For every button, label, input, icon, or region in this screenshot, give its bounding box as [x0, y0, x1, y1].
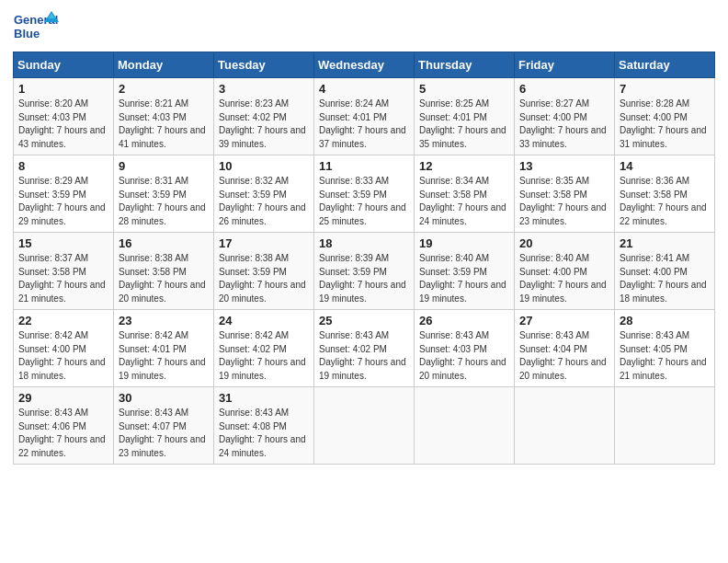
- cell-info: Sunrise: 8:21 AMSunset: 4:03 PMDaylight:…: [119, 98, 206, 149]
- header-row: SundayMondayTuesdayWednesdayThursdayFrid…: [14, 52, 715, 78]
- col-header-friday: Friday: [515, 52, 615, 78]
- day-number: 23: [119, 314, 209, 327]
- cell-info: Sunrise: 8:23 AMSunset: 4:02 PMDaylight:…: [219, 98, 306, 149]
- cell-info: Sunrise: 8:32 AMSunset: 3:59 PMDaylight:…: [219, 176, 306, 226]
- day-number: 14: [620, 159, 710, 173]
- day-number: 1: [18, 82, 108, 96]
- calendar-cell: 20Sunrise: 8:40 AMSunset: 4:00 PMDayligh…: [515, 233, 615, 310]
- calendar-cell: 28Sunrise: 8:43 AMSunset: 4:05 PMDayligh…: [615, 310, 715, 387]
- day-number: 18: [319, 236, 409, 250]
- day-number: 12: [419, 159, 509, 173]
- week-row-4: 22Sunrise: 8:42 AMSunset: 4:00 PMDayligh…: [14, 310, 715, 387]
- calendar-cell: 3Sunrise: 8:23 AMSunset: 4:02 PMDaylight…: [214, 78, 314, 155]
- cell-info: Sunrise: 8:25 AMSunset: 4:01 PMDaylight:…: [419, 98, 506, 149]
- cell-info: Sunrise: 8:36 AMSunset: 3:58 PMDaylight:…: [620, 176, 707, 226]
- header: General Blue: [13, 9, 715, 46]
- cell-info: Sunrise: 8:43 AMSunset: 4:05 PMDaylight:…: [620, 330, 707, 381]
- week-row-2: 8Sunrise: 8:29 AMSunset: 3:59 PMDaylight…: [14, 155, 715, 233]
- cell-info: Sunrise: 8:28 AMSunset: 4:00 PMDaylight:…: [620, 98, 707, 149]
- day-number: 26: [419, 314, 509, 327]
- calendar-cell: 27Sunrise: 8:43 AMSunset: 4:04 PMDayligh…: [515, 310, 615, 387]
- calendar-cell: 22Sunrise: 8:42 AMSunset: 4:00 PMDayligh…: [14, 310, 114, 387]
- col-header-thursday: Thursday: [415, 52, 515, 78]
- cell-info: Sunrise: 8:40 AMSunset: 3:59 PMDaylight:…: [419, 253, 506, 304]
- cell-info: Sunrise: 8:40 AMSunset: 4:00 PMDaylight:…: [519, 253, 607, 304]
- day-number: 28: [620, 314, 710, 327]
- day-number: 5: [419, 82, 509, 96]
- col-header-sunday: Sunday: [14, 52, 114, 78]
- day-number: 11: [319, 159, 409, 173]
- calendar-cell: 9Sunrise: 8:31 AMSunset: 3:59 PMDaylight…: [114, 155, 214, 233]
- cell-info: Sunrise: 8:27 AMSunset: 4:00 PMDaylight:…: [519, 98, 607, 149]
- cell-info: Sunrise: 8:31 AMSunset: 3:59 PMDaylight:…: [119, 176, 206, 226]
- cell-info: Sunrise: 8:43 AMSunset: 4:06 PMDaylight:…: [18, 408, 106, 458]
- svg-text:Blue: Blue: [14, 27, 40, 40]
- week-row-5: 29Sunrise: 8:43 AMSunset: 4:06 PMDayligh…: [14, 387, 715, 465]
- calendar-cell: [415, 387, 515, 465]
- cell-info: Sunrise: 8:20 AMSunset: 4:03 PMDaylight:…: [18, 98, 106, 149]
- week-row-3: 15Sunrise: 8:37 AMSunset: 3:58 PMDayligh…: [14, 233, 715, 310]
- calendar-cell: 30Sunrise: 8:43 AMSunset: 4:07 PMDayligh…: [114, 387, 214, 465]
- day-number: 13: [519, 159, 609, 173]
- day-number: 8: [18, 159, 108, 173]
- day-number: 21: [620, 236, 710, 250]
- calendar-cell: 10Sunrise: 8:32 AMSunset: 3:59 PMDayligh…: [214, 155, 314, 233]
- day-number: 20: [519, 236, 609, 250]
- calendar-cell: 14Sunrise: 8:36 AMSunset: 3:58 PMDayligh…: [615, 155, 715, 233]
- cell-info: Sunrise: 8:41 AMSunset: 4:00 PMDaylight:…: [620, 253, 707, 304]
- day-number: 31: [219, 391, 309, 405]
- week-row-1: 1Sunrise: 8:20 AMSunset: 4:03 PMDaylight…: [14, 78, 715, 155]
- logo-svg: General Blue: [13, 9, 59, 46]
- cell-info: Sunrise: 8:35 AMSunset: 3:58 PMDaylight:…: [519, 176, 607, 226]
- day-number: 29: [18, 391, 108, 405]
- cell-info: Sunrise: 8:39 AMSunset: 3:59 PMDaylight:…: [319, 253, 406, 304]
- cell-info: Sunrise: 8:24 AMSunset: 4:01 PMDaylight:…: [319, 98, 406, 149]
- calendar-cell: 5Sunrise: 8:25 AMSunset: 4:01 PMDaylight…: [415, 78, 515, 155]
- calendar-cell: [515, 387, 615, 465]
- day-number: 10: [219, 159, 309, 173]
- calendar-cell: 16Sunrise: 8:38 AMSunset: 3:58 PMDayligh…: [114, 233, 214, 310]
- cell-info: Sunrise: 8:43 AMSunset: 4:08 PMDaylight:…: [219, 408, 306, 458]
- day-number: 2: [119, 82, 209, 96]
- cell-info: Sunrise: 8:29 AMSunset: 3:59 PMDaylight:…: [18, 176, 106, 226]
- calendar-cell: 29Sunrise: 8:43 AMSunset: 4:06 PMDayligh…: [14, 387, 114, 465]
- calendar-table: SundayMondayTuesdayWednesdayThursdayFrid…: [13, 52, 715, 465]
- day-number: 3: [219, 82, 309, 96]
- day-number: 27: [519, 314, 609, 327]
- calendar-cell: 2Sunrise: 8:21 AMSunset: 4:03 PMDaylight…: [114, 78, 214, 155]
- cell-info: Sunrise: 8:33 AMSunset: 3:59 PMDaylight:…: [319, 176, 406, 226]
- cell-info: Sunrise: 8:38 AMSunset: 3:58 PMDaylight:…: [119, 253, 206, 304]
- cell-info: Sunrise: 8:43 AMSunset: 4:07 PMDaylight:…: [119, 408, 206, 458]
- calendar-cell: 1Sunrise: 8:20 AMSunset: 4:03 PMDaylight…: [14, 78, 114, 155]
- cell-info: Sunrise: 8:38 AMSunset: 3:59 PMDaylight:…: [219, 253, 306, 304]
- day-number: 19: [419, 236, 509, 250]
- calendar-cell: [615, 387, 715, 465]
- day-number: 4: [319, 82, 409, 96]
- cell-info: Sunrise: 8:42 AMSunset: 4:01 PMDaylight:…: [119, 330, 206, 381]
- calendar-cell: 7Sunrise: 8:28 AMSunset: 4:00 PMDaylight…: [615, 78, 715, 155]
- day-number: 15: [18, 236, 108, 250]
- day-number: 9: [119, 159, 209, 173]
- calendar-cell: 23Sunrise: 8:42 AMSunset: 4:01 PMDayligh…: [114, 310, 214, 387]
- day-number: 7: [620, 82, 710, 96]
- day-number: 17: [219, 236, 309, 250]
- calendar-cell: 21Sunrise: 8:41 AMSunset: 4:00 PMDayligh…: [615, 233, 715, 310]
- cell-info: Sunrise: 8:37 AMSunset: 3:58 PMDaylight:…: [18, 253, 106, 304]
- calendar-cell: 15Sunrise: 8:37 AMSunset: 3:58 PMDayligh…: [14, 233, 114, 310]
- calendar-cell: 19Sunrise: 8:40 AMSunset: 3:59 PMDayligh…: [415, 233, 515, 310]
- calendar-cell: [314, 387, 415, 465]
- calendar-cell: 26Sunrise: 8:43 AMSunset: 4:03 PMDayligh…: [415, 310, 515, 387]
- cell-info: Sunrise: 8:42 AMSunset: 4:02 PMDaylight:…: [219, 330, 306, 381]
- day-number: 16: [119, 236, 209, 250]
- calendar-cell: 24Sunrise: 8:42 AMSunset: 4:02 PMDayligh…: [214, 310, 314, 387]
- cell-info: Sunrise: 8:43 AMSunset: 4:02 PMDaylight:…: [319, 330, 406, 381]
- calendar-cell: 4Sunrise: 8:24 AMSunset: 4:01 PMDaylight…: [314, 78, 415, 155]
- calendar-cell: 12Sunrise: 8:34 AMSunset: 3:58 PMDayligh…: [415, 155, 515, 233]
- cell-info: Sunrise: 8:43 AMSunset: 4:04 PMDaylight:…: [519, 330, 607, 381]
- col-header-tuesday: Tuesday: [214, 52, 314, 78]
- logo: General Blue: [13, 9, 59, 46]
- day-number: 30: [119, 391, 209, 405]
- col-header-saturday: Saturday: [615, 52, 715, 78]
- day-number: 24: [219, 314, 309, 327]
- day-number: 6: [519, 82, 609, 96]
